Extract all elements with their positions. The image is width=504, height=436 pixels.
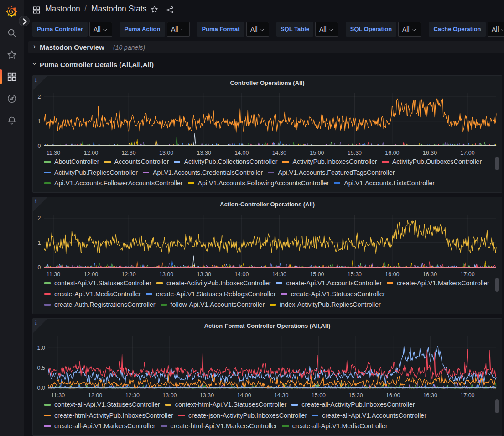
svg-text:0.0: 0.0 — [37, 385, 45, 391]
svg-text:15:30: 15:30 — [348, 392, 363, 399]
svg-text:15:00: 15:00 — [312, 392, 326, 399]
svg-text:1.0: 1.0 — [37, 345, 45, 351]
svg-text:12:30: 12:30 — [121, 271, 135, 278]
svg-text:11:30: 11:30 — [47, 271, 60, 278]
svg-text:1: 1 — [38, 118, 41, 125]
svg-text:13:00: 13:00 — [162, 392, 177, 399]
svg-text:17:00: 17:00 — [460, 271, 474, 278]
svg-text:14:30: 14:30 — [272, 271, 286, 278]
svg-text:15:30: 15:30 — [348, 150, 362, 156]
svg-text:17:00: 17:00 — [460, 150, 474, 156]
svg-text:0.5: 0.5 — [37, 365, 45, 371]
svg-text:17:00: 17:00 — [460, 392, 474, 399]
svg-text:12:30: 12:30 — [125, 392, 140, 399]
svg-text:12:00: 12:00 — [84, 271, 98, 278]
svg-text:14:30: 14:30 — [274, 392, 288, 399]
svg-text:11:30: 11:30 — [47, 150, 60, 156]
svg-text:16:30: 16:30 — [423, 271, 437, 278]
svg-text:13:00: 13:00 — [159, 271, 173, 278]
svg-text:11:30: 11:30 — [51, 392, 65, 399]
svg-text:2: 2 — [38, 215, 41, 221]
svg-text:14:30: 14:30 — [272, 150, 286, 156]
svg-text:15:00: 15:00 — [310, 271, 324, 278]
svg-text:14:00: 14:00 — [234, 271, 249, 278]
svg-text:16:00: 16:00 — [385, 150, 399, 156]
svg-text:13:30: 13:30 — [197, 150, 211, 156]
svg-text:16:30: 16:30 — [423, 150, 437, 156]
svg-text:0: 0 — [38, 264, 41, 271]
svg-text:13:00: 13:00 — [159, 150, 173, 156]
svg-text:0: 0 — [38, 143, 41, 149]
svg-text:13:30: 13:30 — [200, 392, 214, 399]
svg-text:12:30: 12:30 — [121, 150, 135, 156]
svg-text:16:00: 16:00 — [385, 271, 399, 278]
svg-text:12:00: 12:00 — [84, 150, 98, 156]
svg-text:2: 2 — [38, 94, 41, 100]
svg-text:1: 1 — [38, 240, 41, 246]
svg-text:12:00: 12:00 — [88, 392, 102, 399]
svg-text:16:00: 16:00 — [386, 392, 400, 399]
svg-text:16:30: 16:30 — [423, 392, 437, 399]
svg-text:15:00: 15:00 — [310, 150, 324, 156]
svg-text:15:30: 15:30 — [348, 271, 362, 278]
svg-text:13:30: 13:30 — [197, 271, 211, 278]
svg-text:14:00: 14:00 — [234, 150, 249, 156]
svg-text:14:00: 14:00 — [237, 392, 251, 399]
